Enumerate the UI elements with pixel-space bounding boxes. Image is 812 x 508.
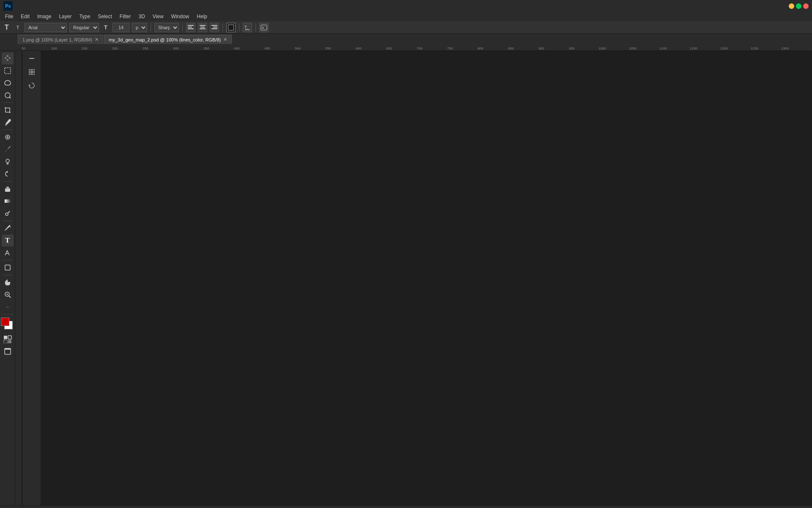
screen-mode-tool[interactable] (2, 345, 14, 357)
ruler-horizontal: 5010015020025030035040045050055060065070… (0, 44, 812, 51)
menu-layer[interactable]: Layer (55, 13, 75, 20)
title-bar-controls[interactable] (789, 3, 809, 9)
quick-mask-tool[interactable] (2, 333, 14, 345)
more-tools[interactable]: ··· (2, 301, 14, 313)
type-tool-icon: T (3, 23, 11, 32)
title-bar-left: Ps (3, 1, 13, 11)
tool-separator-6 (3, 275, 13, 275)
font-unit-select[interactable]: px (132, 23, 147, 32)
pen-tool[interactable] (2, 222, 14, 234)
svg-rect-1 (188, 27, 192, 28)
svg-rect-24 (8, 336, 11, 339)
options-bar: T T Arial Regular T px Sharp T A (0, 21, 812, 34)
crop-tool[interactable] (2, 104, 14, 116)
svg-rect-2 (188, 28, 194, 29)
tool-separator-2 (3, 130, 13, 130)
path-selection-tool[interactable] (2, 247, 14, 259)
warp-text-button[interactable]: T (243, 23, 252, 32)
lasso-tool[interactable] (2, 77, 14, 89)
arrange-button[interactable] (26, 66, 38, 78)
ruler-vertical (15, 51, 22, 505)
svg-rect-0 (188, 25, 194, 26)
separator-4 (239, 23, 239, 32)
separator-2 (182, 23, 183, 32)
svg-point-16 (6, 159, 9, 163)
align-right-button[interactable] (210, 23, 219, 32)
history-brush-tool[interactable] (2, 168, 14, 180)
character-panel-button[interactable]: A (259, 23, 269, 32)
svg-rect-61 (29, 58, 34, 59)
text-color-swatch[interactable] (226, 23, 236, 32)
tabs-bar: 1.png @ 100% (Layer 1, RGB/8#) ✕ my_3d_g… (0, 34, 812, 44)
zoom-tool[interactable] (2, 289, 14, 301)
menu-window[interactable]: Window (168, 13, 193, 20)
eyedropper-tool[interactable] (2, 116, 14, 128)
separator-3 (222, 23, 223, 32)
menu-help[interactable]: Help (193, 13, 211, 20)
minimize-panel-button[interactable] (26, 52, 38, 64)
ruler-h-canvas: 5010015020025030035040045050055060065070… (15, 44, 812, 50)
separator-1 (151, 23, 151, 32)
svg-rect-3 (200, 25, 206, 26)
svg-rect-12 (5, 68, 11, 74)
font-style-select[interactable]: Regular (69, 23, 99, 32)
font-size-icon: T (102, 23, 110, 32)
svg-rect-5 (200, 28, 206, 29)
menu-select[interactable]: Select (94, 13, 115, 20)
shape-tool[interactable] (2, 262, 14, 273)
tool-separator-1 (3, 102, 13, 103)
tab-map-label: my_3d_geo_map_2.psd @ 100% (lines_color,… (109, 37, 221, 42)
svg-rect-21 (5, 265, 10, 270)
menu-file[interactable]: File (2, 13, 16, 20)
selection-tool[interactable] (2, 65, 14, 77)
tab-1png-label: 1.png @ 100% (Layer 1, RGB/8#) (22, 37, 92, 42)
maximize-button[interactable] (796, 3, 801, 9)
quick-select-tool[interactable] (2, 89, 14, 101)
clone-stamp-tool[interactable] (2, 156, 14, 168)
tool-separator-4 (3, 221, 13, 221)
gradient-tool[interactable] (2, 195, 14, 207)
brush-tool[interactable] (2, 144, 14, 155)
align-left-button[interactable] (186, 23, 195, 32)
font-family-select[interactable]: Arial (25, 23, 67, 32)
svg-text:A: A (262, 26, 264, 30)
menu-filter[interactable]: Filter (116, 13, 134, 20)
antialiasing-select[interactable]: Sharp (154, 23, 179, 32)
svg-rect-63 (32, 69, 34, 72)
type-tool[interactable]: T (2, 235, 14, 246)
minimize-button[interactable] (789, 3, 794, 9)
font-size-input[interactable] (112, 23, 129, 32)
close-button[interactable] (803, 3, 809, 9)
menu-image[interactable]: Image (34, 13, 55, 20)
hand-tool[interactable] (2, 276, 14, 288)
menu-view[interactable]: View (149, 13, 167, 20)
svg-rect-8 (211, 28, 217, 29)
foreground-color[interactable] (1, 318, 9, 326)
svg-rect-14 (5, 124, 7, 126)
svg-rect-64 (29, 72, 31, 75)
main-layout: T ··· (0, 51, 812, 505)
svg-rect-26 (8, 340, 11, 343)
tab-1png[interactable]: 1.png @ 100% (Layer 1, RGB/8#) ✕ (18, 35, 103, 44)
menu-edit[interactable]: Edit (17, 13, 33, 20)
menu-type[interactable]: Type (76, 13, 93, 20)
move-tool[interactable] (2, 52, 14, 64)
color-swatches[interactable] (1, 318, 14, 331)
eraser-tool[interactable] (2, 183, 14, 195)
status-bar: 100% ▶ Doc: 7.10M/2.34G ▶ (0, 505, 812, 508)
ps-logo: Ps (3, 1, 13, 11)
align-center-button[interactable] (198, 23, 207, 32)
separator-5 (255, 23, 256, 32)
dodge-tool[interactable] (2, 207, 14, 219)
svg-rect-23 (4, 336, 7, 339)
menu-3d[interactable]: 3D (135, 13, 148, 20)
svg-rect-65 (32, 72, 34, 75)
tool-separator-5 (3, 260, 13, 260)
tool-separator-3 (3, 181, 13, 182)
tab-map-modified: ✕ (223, 37, 227, 42)
tab-map[interactable]: my_3d_geo_map_2.psd @ 100% (lines_color,… (104, 35, 232, 44)
svg-rect-19 (5, 199, 11, 203)
svg-rect-7 (213, 27, 217, 28)
healing-brush-tool[interactable] (2, 131, 14, 143)
rotate-view-button[interactable] (26, 80, 38, 91)
